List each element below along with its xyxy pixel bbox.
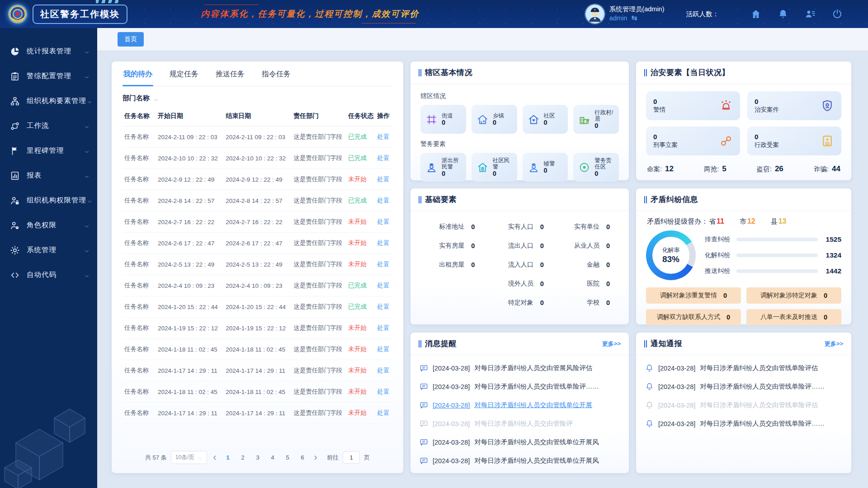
next-page-button[interactable] — [312, 454, 319, 461]
dispute-bar: 推送纠纷1442 — [705, 267, 841, 275]
todo-tab[interactable]: 规定任务 — [169, 61, 199, 86]
group-label: 辖区情况 — [420, 92, 619, 100]
message-item[interactable]: [2024-03-28]对每日涉矛盾纠纷人员交由管展风险评估 — [420, 359, 620, 377]
security-card: 0刑事立案 — [646, 127, 740, 155]
message-item[interactable]: [2024-03-28]对每日涉矛盾纠纷人员交由管线单位开展风 — [420, 433, 620, 451]
message-item[interactable]: [2024-03-28]对每日涉矛盾纠纷人员交由管线单位开展风 — [420, 451, 620, 470]
message-more-link[interactable]: 更多>> — [602, 340, 621, 348]
chevron-down-icon — [86, 99, 93, 105]
tile-label: 街道 — [442, 113, 453, 119]
todo-tab[interactable]: 推送任务 — [215, 61, 245, 86]
handcuffs-icon — [719, 134, 733, 148]
page-number-2[interactable]: 2 — [237, 452, 248, 463]
task-action-link[interactable]: 处置 — [377, 388, 389, 395]
base-label: 流出人口 — [508, 242, 533, 250]
security-card: 0治安案件 — [747, 91, 841, 120]
message-text: 对每日涉矛盾纠纷人员交由管险评 — [474, 419, 573, 428]
task-dept: 这是责任部门字段 — [292, 190, 346, 211]
message-item[interactable]: [2024-03-28]对每日涉矛盾纠纷人员交由管线单险评估 — [645, 396, 842, 414]
district-panel-title: 辖区基本情况 — [425, 67, 472, 78]
task-name: 任务名称 — [123, 296, 156, 318]
notice-more-link[interactable]: 更多>> — [825, 340, 843, 348]
message-item[interactable]: [2024-03-28]对每日涉矛盾纠纷人员交由管线单位开展 — [420, 396, 620, 414]
task-action-link[interactable]: 处置 — [377, 197, 389, 204]
security-stat: 两抢:5 — [704, 164, 726, 174]
task-name: 任务名称 — [123, 360, 156, 381]
header-contacts-button[interactable] — [805, 9, 816, 19]
todo-tab[interactable]: 我的待办 — [123, 61, 153, 86]
task-action-link[interactable]: 处置 — [377, 218, 389, 225]
task-dept: 这是责任部门字段 — [292, 318, 346, 339]
sidebar-item-6[interactable]: 报表 — [0, 163, 97, 188]
sidebar-item-8[interactable]: 角色权限 — [0, 213, 97, 238]
tile-label: 派出所民警 — [442, 157, 463, 170]
task-action-link[interactable]: 处置 — [377, 133, 389, 140]
base-label: 医院 — [587, 280, 599, 288]
department-filter[interactable]: 部门名称 — [123, 86, 392, 106]
task-action-link[interactable]: 处置 — [377, 282, 389, 289]
username[interactable]: admin — [609, 14, 627, 23]
chevron-down-icon — [84, 49, 90, 56]
tile-value: 0 — [442, 119, 453, 126]
task-action-link[interactable]: 处置 — [377, 261, 389, 267]
table-row: 任务名称2024-2-9 12 : 22 : 492024-2-9 12 : 2… — [123, 169, 392, 190]
task-action-link[interactable]: 处置 — [377, 324, 389, 331]
sidebar-item-1[interactable]: 统计报表管理 — [0, 39, 97, 64]
base-value: 0 — [606, 261, 617, 268]
comment-icon — [420, 401, 428, 409]
prev-page-button[interactable] — [211, 454, 218, 461]
base-element: 标准地址0 — [422, 217, 482, 236]
sidebar-item-5[interactable]: 里程碑管理 — [0, 138, 97, 163]
sidebar-item-9[interactable]: 系统管理 — [0, 238, 97, 263]
security-panel: 治安要素【当日状况】 0警情0治安案件0刑事立案0行政受案 命案:12两抢:5盗… — [636, 61, 851, 180]
message-item[interactable]: [2024-03-28]对每日涉矛盾纠纷人员交由管线单险评…… — [645, 414, 842, 433]
header-bell-button[interactable] — [778, 9, 788, 19]
base-element: 流出人口0 — [488, 236, 551, 255]
security-label: 警情 — [653, 106, 665, 114]
sidebar-item-4[interactable]: 工作流 — [0, 113, 97, 138]
goto-page-input[interactable] — [343, 451, 360, 464]
base-value: 0 — [540, 242, 551, 249]
base-value: 0 — [471, 242, 482, 249]
task-action-link[interactable]: 处置 — [377, 176, 389, 183]
header-power-button[interactable] — [832, 9, 843, 19]
header-home-button[interactable] — [750, 9, 761, 19]
flag-icon — [10, 146, 20, 156]
todo-tab[interactable]: 指令任务 — [261, 61, 292, 86]
base-label: 境外人员 — [508, 280, 533, 288]
total-count-label: 共 57 条 — [145, 454, 167, 462]
task-action-link[interactable]: 处置 — [377, 303, 389, 310]
message-item[interactable]: [2024-03-28]对每日涉矛盾纠纷人员交由管线单险评估 — [645, 359, 842, 377]
task-action-link[interactable]: 处置 — [377, 367, 389, 374]
message-item[interactable]: [2024-03-28]对每日涉矛盾纠纷人员交由管线单险评…… — [645, 377, 842, 396]
message-item[interactable]: [2024-03-28]对每日涉矛盾纠纷人员交由管险评 — [420, 414, 620, 433]
task-action-link[interactable]: 处置 — [377, 409, 389, 416]
task-action-link[interactable]: 处置 — [377, 346, 389, 352]
chevron-left-icon — [211, 454, 218, 461]
district-panel: 辖区基本情况 辖区情况街道0乡镇0社区0行政村/居0警务要素派出所民警0社区民警… — [410, 61, 629, 180]
table-column-header: 开始日期 — [156, 106, 224, 127]
page-number-1[interactable]: 1 — [222, 452, 233, 463]
security-card: 0行政受案 — [747, 127, 841, 155]
main-area: 首页 我的待办规定任务推送任务指令任务 部门名称 任务名称开始日期结束日期责任部… — [97, 28, 868, 488]
sidebar-item-3[interactable]: 组织机构要素管理 — [0, 89, 97, 113]
page-number-6[interactable]: 6 — [297, 452, 308, 463]
chevron-down-icon — [84, 223, 90, 230]
tab-home[interactable]: 首页 — [118, 32, 144, 47]
task-action-link[interactable]: 处置 — [377, 155, 389, 161]
task-action-link[interactable]: 处置 — [377, 239, 389, 246]
page-number-4[interactable]: 4 — [267, 452, 278, 463]
page-number-3[interactable]: 3 — [252, 452, 263, 463]
message-item[interactable]: [2024-03-28]对每日涉矛盾纠纷人员交由管线单险评…… — [420, 377, 620, 396]
active-users-label: 活跃人数： — [686, 10, 719, 19]
switch-user-icon[interactable]: ⇆ — [631, 14, 637, 23]
panel-marker — [644, 69, 645, 76]
task-name: 任务名称 — [123, 233, 156, 254]
user-avatar[interactable] — [585, 5, 604, 23]
page-size-select[interactable]: 10条/页 — [171, 451, 207, 464]
sidebar-item-7[interactable]: 组织机构权限管理 — [0, 188, 97, 213]
sidebar-item-10[interactable]: 自动代码 — [0, 263, 97, 287]
task-dept: 这是责任部门字段 — [292, 211, 346, 233]
page-number-5[interactable]: 5 — [282, 452, 293, 463]
sidebar-item-2[interactable]: 警综配置管理 — [0, 64, 97, 89]
